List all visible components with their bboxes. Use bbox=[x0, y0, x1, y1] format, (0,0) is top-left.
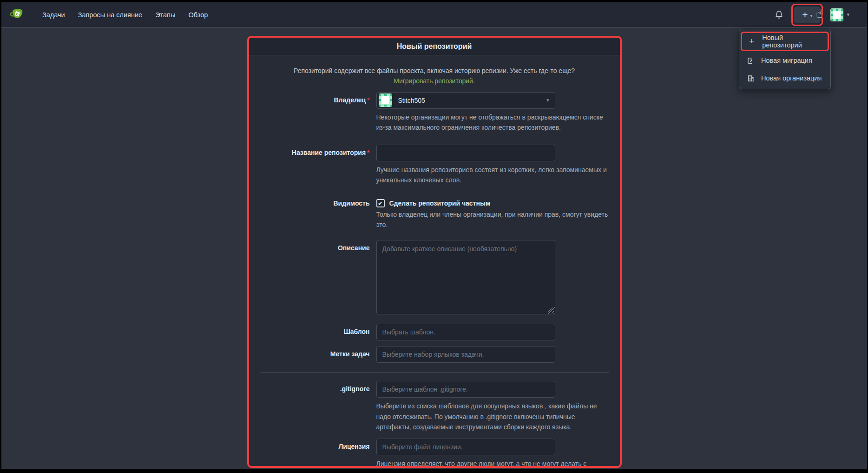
annotation-box-plus-button: + ▾ bbox=[791, 4, 823, 26]
chevron-down-icon: ▾ bbox=[847, 12, 849, 18]
organization-icon bbox=[746, 74, 755, 82]
template-label: Шаблон bbox=[260, 324, 376, 340]
owner-label-text: Владелец bbox=[334, 96, 366, 104]
form-title: Новый репозиторий bbox=[249, 38, 620, 55]
screen: Задачи Запросы на слияние Этапы Обзор + … bbox=[0, 0, 868, 473]
nav-link-pull-requests[interactable]: Запросы на слияние bbox=[72, 2, 149, 27]
license-input[interactable] bbox=[376, 439, 555, 455]
visibility-label: Видимость bbox=[260, 196, 376, 230]
chevron-down-icon: ▾ bbox=[546, 97, 549, 103]
migration-icon bbox=[746, 57, 755, 65]
owner-row: Владелец* bbox=[260, 92, 609, 133]
repo-name-label: Название репозитория* bbox=[260, 145, 376, 185]
owner-help: Некоторые организации могут не отображат… bbox=[376, 112, 609, 133]
description-textarea[interactable] bbox=[376, 240, 555, 314]
repo-name-row: Название репозитория* Лучшие названия ре… bbox=[260, 145, 609, 185]
create-new-button[interactable]: + ▾ bbox=[794, 7, 820, 23]
license-row: Лицензия Лицензия определяет, что другие… bbox=[260, 439, 609, 468]
notifications-bell-icon[interactable] bbox=[774, 10, 784, 20]
private-checkbox[interactable]: ✔ bbox=[376, 199, 385, 207]
visibility-help: Только владелец или члены организации, п… bbox=[376, 209, 609, 230]
new-repository-form: Новый репозиторий Репозиторий содержит в… bbox=[247, 36, 622, 468]
repo-name-input[interactable] bbox=[376, 145, 555, 161]
intro-text: Репозиторий содержит все файлы проекта, … bbox=[294, 67, 575, 74]
license-help-text: Лицензия определяет, что другие люди мог… bbox=[376, 460, 602, 468]
gitignore-help: Выберите из списка шаблонов для популярн… bbox=[376, 401, 609, 432]
form-body: Репозиторий содержит все файлы проекта, … bbox=[249, 55, 620, 468]
description-label: Описание bbox=[260, 240, 376, 316]
repo-name-help: Лучшие названия репозиториев состоят из … bbox=[376, 165, 609, 185]
description-row: Описание bbox=[260, 240, 609, 316]
template-row: Шаблон bbox=[260, 324, 609, 340]
required-asterisk: * bbox=[367, 96, 369, 104]
migrate-repository-link[interactable]: Мигрировать репозиторий. bbox=[394, 77, 475, 85]
menu-item-new-migration[interactable]: Новая миграция bbox=[739, 52, 830, 69]
menu-item-label: Новая миграция bbox=[761, 57, 812, 64]
form-intro: Репозиторий содержит все файлы проекта, … bbox=[276, 66, 592, 87]
menu-item-new-organization[interactable]: Новая организация bbox=[739, 69, 830, 87]
create-new-dropdown-menu: + Новый репозиторий Новая миграция bbox=[739, 29, 831, 89]
check-icon: ✔ bbox=[378, 200, 383, 207]
gitea-logo-icon[interactable] bbox=[9, 7, 24, 22]
issue-labels-row: Метки задач bbox=[260, 346, 609, 363]
annotation-box-new-repository-item: + Новый репозиторий bbox=[741, 32, 829, 51]
visibility-row: Видимость ✔ Сделать репозиторий частным … bbox=[260, 196, 609, 230]
menu-item-label: Новый репозиторий bbox=[762, 34, 822, 49]
private-checkbox-label[interactable]: Сделать репозиторий частным bbox=[389, 200, 491, 207]
issue-labels-label: Метки задач bbox=[260, 346, 376, 363]
menu-item-label: Новая организация bbox=[761, 74, 822, 82]
issue-labels-input[interactable] bbox=[376, 346, 555, 363]
navbar-right: + ▾ bbox=[774, 4, 862, 26]
owner-avatar bbox=[379, 93, 392, 107]
nav-link-explore[interactable]: Обзор bbox=[182, 2, 214, 27]
section-divider bbox=[260, 372, 609, 373]
navbar: Задачи Запросы на слияние Этапы Обзор + … bbox=[1, 2, 867, 27]
gitignore-label: .gitignore bbox=[260, 381, 376, 432]
license-label: Лицензия bbox=[260, 439, 376, 468]
gitignore-row: .gitignore Выберите из списка шаблонов д… bbox=[260, 381, 609, 432]
template-input[interactable] bbox=[376, 324, 555, 340]
gitignore-input[interactable] bbox=[376, 381, 555, 398]
plus-icon: + bbox=[802, 9, 808, 20]
nav-link-issues[interactable]: Задачи bbox=[36, 2, 72, 27]
plus-icon: + bbox=[747, 36, 756, 47]
repo-name-label-text: Название репозитория bbox=[292, 149, 366, 156]
menu-item-new-repository[interactable]: + Новый репозиторий bbox=[742, 33, 828, 50]
owner-label: Владелец* bbox=[260, 92, 376, 133]
required-asterisk: * bbox=[367, 149, 369, 156]
owner-select[interactable]: Stitch505 ▾ bbox=[376, 92, 555, 109]
chevron-down-icon: ▾ bbox=[810, 13, 813, 18]
avatar bbox=[830, 8, 843, 21]
license-help: Лицензия определяет, что другие люди мог… bbox=[376, 459, 609, 468]
nav-link-milestones[interactable]: Этапы bbox=[149, 2, 182, 27]
user-menu-trigger[interactable]: ▾ bbox=[830, 8, 849, 21]
page: Задачи Запросы на слияние Этапы Обзор + … bbox=[1, 2, 867, 469]
owner-value: Stitch505 bbox=[398, 97, 425, 104]
